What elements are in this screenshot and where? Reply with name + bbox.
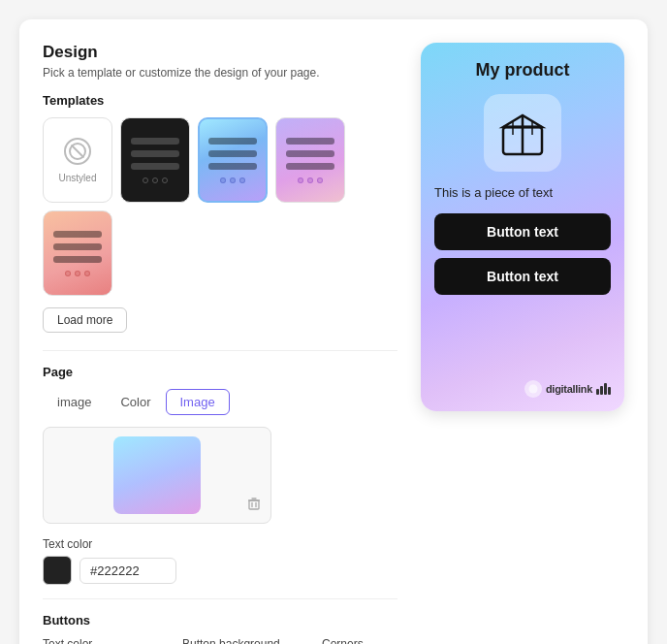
tab-image-active[interactable]: Image: [166, 389, 230, 415]
product-button-1[interactable]: Button text: [434, 213, 611, 250]
orange-dots: [65, 271, 90, 276]
dark-dots: [143, 177, 168, 183]
load-more-button[interactable]: Load more: [43, 307, 127, 333]
tab-row: image Color Image: [43, 389, 397, 415]
purple-bar-2: [286, 150, 334, 157]
tab-color[interactable]: Color: [106, 389, 165, 415]
orange-bar-2: [53, 243, 102, 250]
template-unstyled[interactable]: Unstyled: [43, 117, 112, 203]
page-section-label: Page: [43, 365, 397, 379]
blue-bar-3: [208, 163, 257, 170]
template-gradient-purple[interactable]: [275, 117, 345, 203]
product-desc: This is a piece of text: [434, 185, 553, 200]
svg-line-1: [72, 145, 84, 157]
unstyled-icon: [64, 138, 91, 165]
blue-bar-1: [208, 138, 257, 145]
main-container: Design Pick a template or customize the …: [19, 19, 648, 644]
text-color-swatch[interactable]: [43, 556, 72, 585]
text-color-input[interactable]: [79, 558, 176, 584]
corners-field: Corners: [322, 637, 390, 644]
corners-label: Corners: [322, 637, 390, 644]
footer-bar-4: [608, 387, 611, 395]
blue-bar-2: [208, 150, 257, 157]
orange-bar-1: [53, 231, 102, 238]
orange-bar-3: [53, 256, 102, 263]
templates-label: Templates: [43, 93, 397, 108]
image-preview-box: [43, 427, 271, 524]
dark-bar-3: [131, 163, 179, 170]
text-color-row: [43, 556, 397, 585]
dark-bar-1: [131, 138, 179, 145]
dot3: [162, 177, 168, 183]
text-color-label: Text color: [43, 537, 397, 551]
footer-logo-circle: [524, 380, 542, 398]
btn-text-color-label: Text color: [43, 637, 165, 644]
unstyled-label: Unstyled: [59, 173, 97, 183]
purple-dot1: [298, 177, 303, 183]
footer-bar-3: [604, 383, 607, 395]
svg-rect-2: [249, 500, 259, 509]
orange-dot3: [84, 271, 90, 276]
buttons-label: Buttons: [43, 613, 397, 628]
blue-dots: [220, 177, 245, 183]
purple-dot2: [307, 177, 313, 183]
left-panel: Design Pick a template or customize the …: [43, 43, 397, 644]
divider-1: [43, 350, 397, 351]
orange-dot2: [75, 271, 80, 276]
tab-image[interactable]: image: [43, 389, 106, 415]
blue-dot3: [239, 177, 245, 183]
blue-dot1: [220, 177, 226, 183]
footer-brand-text: digitallink: [546, 383, 592, 395]
buttons-row: Text color Button background Corners: [43, 637, 397, 644]
trash-icon[interactable]: [247, 497, 261, 513]
purple-dots: [298, 177, 323, 183]
orange-dot1: [65, 271, 71, 276]
blue-dot2: [230, 177, 236, 183]
right-panel: My product This is a piece of text Butto…: [421, 43, 624, 644]
product-icon-box: [484, 94, 561, 172]
purple-dot3: [317, 177, 323, 183]
btn-bg-label: Button background: [182, 637, 304, 644]
templates-grid: Unstyled: [43, 117, 397, 296]
section-title: Design: [43, 43, 397, 62]
purple-bar-1: [286, 138, 334, 145]
product-footer: digitallink: [524, 380, 611, 398]
footer-bar-2: [600, 386, 603, 395]
purple-bar-3: [286, 163, 334, 170]
product-button-2[interactable]: Button text: [434, 258, 611, 295]
image-preview-thumbnail: [113, 436, 201, 514]
svg-point-15: [528, 385, 537, 394]
footer-bars-icon: [596, 383, 611, 395]
dot2: [152, 177, 158, 183]
product-title: My product: [476, 60, 570, 80]
product-box-icon: [495, 106, 550, 160]
product-card: My product This is a piece of text Butto…: [421, 43, 624, 411]
section-desc: Pick a template or customize the design …: [43, 66, 397, 80]
footer-bar-1: [596, 389, 599, 395]
dark-bar-2: [131, 150, 179, 157]
template-dark[interactable]: [120, 117, 190, 203]
btn-bg-field: Button background: [182, 637, 304, 644]
dot1: [143, 177, 148, 183]
page-section: Page image Color Image: [43, 365, 397, 524]
divider-2: [43, 598, 397, 599]
btn-text-color-field: Text color: [43, 637, 165, 644]
template-gradient-orange[interactable]: [43, 210, 112, 296]
template-gradient-blue[interactable]: [198, 117, 268, 203]
